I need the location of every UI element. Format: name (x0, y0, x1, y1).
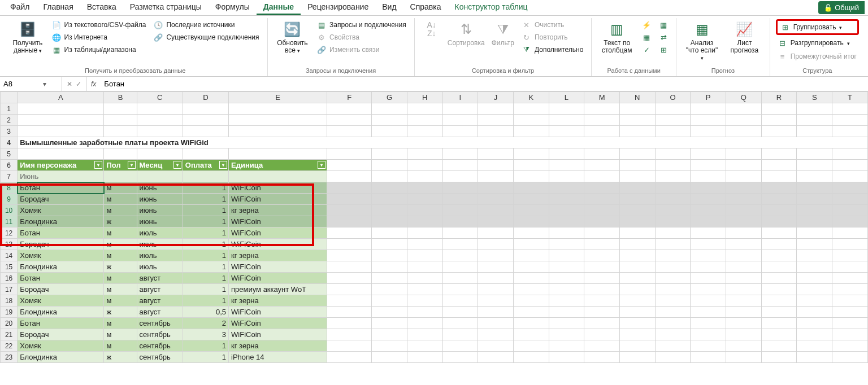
cell[interactable] (372, 205, 407, 216)
cell[interactable] (691, 182, 726, 194)
table-cell[interactable]: 1 (183, 239, 228, 250)
cell[interactable] (691, 216, 726, 228)
cell[interactable] (691, 273, 726, 284)
relationships-button[interactable]: ⇄ (657, 32, 670, 43)
cell[interactable] (407, 228, 442, 239)
row-header[interactable]: 15 (1, 261, 18, 273)
table-cell[interactable]: 1 (183, 228, 228, 239)
cell[interactable] (655, 352, 691, 363)
cell[interactable] (327, 103, 372, 115)
cell[interactable] (327, 295, 372, 307)
cell[interactable] (584, 103, 620, 115)
cell[interactable] (797, 115, 832, 126)
table-cell[interactable]: сентябрь (137, 318, 183, 329)
refresh-all-button[interactable]: 🔄 Обновить все (274, 19, 312, 55)
cell[interactable] (549, 228, 584, 239)
cell[interactable] (478, 205, 514, 216)
cell[interactable] (797, 250, 832, 261)
row-header[interactable]: 18 (1, 295, 18, 307)
cell[interactable] (619, 340, 655, 352)
table-cell[interactable]: Блондинка (18, 307, 104, 318)
cell[interactable] (18, 103, 104, 115)
cell[interactable] (726, 182, 762, 194)
row-header[interactable]: 16 (1, 273, 18, 284)
table-cell[interactable]: Хомяк (18, 340, 104, 352)
cell[interactable] (619, 148, 655, 160)
cell[interactable] (655, 329, 691, 340)
cell[interactable] (549, 352, 584, 363)
cell[interactable] (18, 115, 104, 126)
cell[interactable] (442, 194, 478, 205)
cell[interactable] (372, 115, 407, 126)
table-cell[interactable]: август (137, 284, 183, 295)
cell[interactable] (372, 216, 407, 228)
cell[interactable] (229, 171, 327, 182)
cell[interactable] (726, 273, 762, 284)
menu-tab-рецензирование[interactable]: Рецензирование (301, 0, 375, 15)
table-cell[interactable]: 1 (183, 295, 228, 307)
cell[interactable] (584, 352, 620, 363)
cell[interactable] (761, 250, 797, 261)
table-cell[interactable]: 1 (183, 284, 228, 295)
cell[interactable] (372, 126, 407, 137)
table-cell[interactable]: Ботан (18, 318, 104, 329)
cell[interactable] (478, 194, 514, 205)
cell[interactable] (407, 171, 442, 182)
table-cell[interactable]: 1 (183, 352, 228, 363)
cell[interactable] (327, 194, 372, 205)
cell[interactable] (619, 205, 655, 216)
cell[interactable] (761, 273, 797, 284)
menu-tab-вставка[interactable]: Вставка (80, 0, 123, 15)
column-header[interactable]: D (183, 92, 228, 103)
manage-model-button[interactable]: ⊞ (657, 44, 670, 55)
cell[interactable] (797, 171, 832, 182)
cell[interactable] (104, 126, 137, 137)
table-cell[interactable]: Ботан (18, 228, 104, 239)
cell[interactable] (137, 148, 183, 160)
cell[interactable] (442, 171, 478, 182)
cell[interactable] (327, 126, 372, 137)
cell[interactable] (832, 329, 868, 340)
cell[interactable] (513, 273, 549, 284)
row-header[interactable]: 6 (1, 160, 18, 171)
cell[interactable] (478, 216, 514, 228)
cell[interactable] (442, 250, 478, 261)
table-cell[interactable]: ж (104, 216, 137, 228)
table-cell[interactable]: 1 (183, 205, 228, 216)
cell[interactable] (549, 284, 584, 295)
cell[interactable] (327, 228, 372, 239)
cell[interactable] (797, 329, 832, 340)
cell[interactable] (726, 239, 762, 250)
cell[interactable] (797, 352, 832, 363)
cell[interactable] (761, 284, 797, 295)
group-button[interactable]: ⊞Группировать (776, 19, 859, 35)
cell[interactable] (137, 126, 183, 137)
cell[interactable] (549, 194, 584, 205)
cell[interactable] (513, 228, 549, 239)
cell[interactable] (442, 126, 478, 137)
cell[interactable] (549, 318, 584, 329)
table-column-header[interactable]: Месяц▾ (137, 160, 183, 171)
flash-fill-button[interactable]: ⚡ (640, 19, 653, 30)
cell[interactable] (691, 352, 726, 363)
cell[interactable] (832, 148, 868, 160)
column-header[interactable]: N (619, 92, 655, 103)
column-header[interactable]: O (655, 92, 691, 103)
row-header[interactable]: 12 (1, 228, 18, 239)
cell[interactable] (229, 115, 327, 126)
cell[interactable] (797, 216, 832, 228)
table-cell[interactable]: кг зерна (229, 295, 327, 307)
cell[interactable] (655, 228, 691, 239)
cell[interactable] (327, 273, 372, 284)
cell[interactable] (442, 182, 478, 194)
row-header[interactable]: 7 (1, 171, 18, 182)
cell[interactable] (372, 182, 407, 194)
cell[interactable] (761, 261, 797, 273)
name-box-input[interactable] (3, 80, 43, 88)
menu-tab-конструктор-таблиц[interactable]: Конструктор таблиц (448, 0, 534, 15)
menu-tab-формулы[interactable]: Формулы (209, 0, 257, 15)
table-cell[interactable]: июнь (137, 216, 183, 228)
cell[interactable] (655, 115, 691, 126)
cell[interactable] (655, 171, 691, 182)
cell[interactable] (797, 160, 832, 171)
